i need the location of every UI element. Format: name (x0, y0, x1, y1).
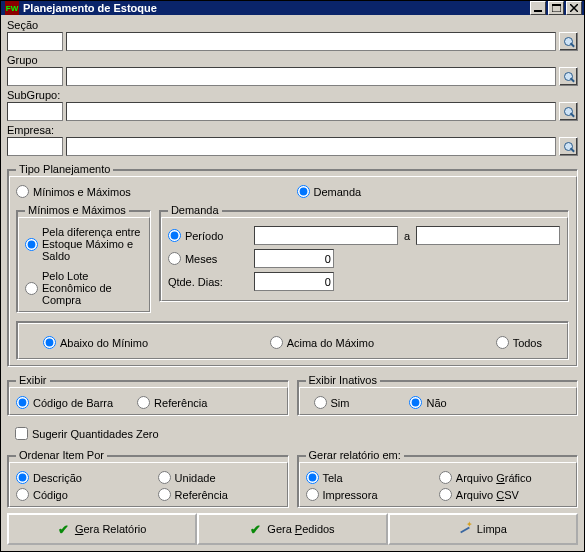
gerar-legend: Gerar relatório em: (306, 449, 404, 461)
tipo-demanda-radio[interactable]: Demanda (297, 185, 570, 198)
radio-label: Arquivo CSV (456, 489, 519, 501)
secao-search-button[interactable] (559, 32, 578, 51)
empresa-code-input[interactable] (7, 137, 63, 156)
abaixo-minimo-radio[interactable]: Abaixo do Mínimo (43, 336, 148, 349)
acima-maximo-radio[interactable]: Acima do Máximo (270, 336, 374, 349)
radio-label: Todos (513, 337, 542, 349)
close-button[interactable] (566, 1, 582, 15)
gerar-csv-radio[interactable]: Arquivo CSV (439, 488, 569, 501)
exibir-referencia-radio[interactable]: Referência (137, 396, 207, 409)
empresa-group: Empresa: (7, 124, 578, 156)
grupo-desc-input[interactable] (66, 67, 556, 86)
tipo-legend: Tipo Planejamento (16, 163, 113, 175)
empresa-desc-input[interactable] (66, 137, 556, 156)
demanda-meses-radio[interactable]: Meses (168, 252, 248, 265)
gerar-grafico-radio[interactable]: Arquivo Gráfico (439, 471, 569, 484)
secao-group: Seção (7, 19, 578, 51)
demanda-periodo-radio[interactable]: Período (168, 229, 248, 242)
radio-label: Acima do Máximo (287, 337, 374, 349)
client-area: Seção Grupo SubGrupo: (1, 15, 584, 551)
check-icon: ✔ (250, 522, 261, 537)
inativos-legend: Exibir Inativos (306, 374, 380, 386)
checkbox-label: Sugerir Quantidades Zero (32, 428, 159, 440)
radio-label: Não (426, 397, 446, 409)
periodo-ate-input[interactable] (416, 226, 560, 245)
radio-label: Sim (331, 397, 350, 409)
subgrupo-code-input[interactable] (7, 102, 63, 121)
periodo-de-input[interactable] (254, 226, 398, 245)
minmax-diferenca-radio[interactable]: Pela diferença entre Estoque Máximo e Sa… (25, 226, 142, 262)
radio-label: Unidade (175, 472, 216, 484)
subgrupo-desc-input[interactable] (66, 102, 556, 121)
exibir-codigo-barra-radio[interactable]: Código de Barra (16, 396, 113, 409)
qtde-dias-input[interactable] (254, 272, 334, 291)
empresa-label: Empresa: (7, 124, 578, 136)
subgrupo-label: SubGrupo: (7, 89, 578, 101)
radio-label: Demanda (314, 186, 362, 198)
radio-label: Pelo Lote Econômico de Compra (42, 270, 142, 306)
svg-rect-0 (534, 10, 542, 12)
gera-relatorio-button[interactable]: ✔ Gera Relatório (7, 513, 197, 545)
a-label: a (404, 230, 410, 242)
radio-label: Tela (323, 472, 343, 484)
grupo-search-button[interactable] (559, 67, 578, 86)
minmax-fieldset: Mínimos e Máximos Pela diferença entre E… (16, 204, 151, 313)
search-icon (563, 106, 575, 118)
ordenar-referencia-radio[interactable]: Referência (158, 488, 280, 501)
secao-code-input[interactable] (7, 32, 63, 51)
gerar-relatorio-fieldset: Gerar relatório em: Tela Arquivo Gráfico… (297, 449, 579, 508)
demanda-legend: Demanda (168, 204, 222, 216)
exibir-fieldset: Exibir Código de Barra Referência (7, 374, 289, 416)
ordenar-fieldset: Ordenar Item Por Descrição Unidade Códig… (7, 449, 289, 508)
meses-input[interactable] (254, 249, 334, 268)
secao-desc-input[interactable] (66, 32, 556, 51)
radio-label: Código (33, 489, 68, 501)
window: FW Planejamento de Estoque Seção Grupo (0, 0, 585, 552)
maximize-button[interactable] (548, 1, 564, 15)
radio-label: Referência (154, 397, 207, 409)
secao-label: Seção (7, 19, 578, 31)
ordenar-unidade-radio[interactable]: Unidade (158, 471, 280, 484)
inativos-sim-radio[interactable]: Sim (314, 396, 350, 409)
tipo-planejamento-fieldset: Tipo Planejamento Mínimos e Máximos Dema… (7, 163, 578, 367)
todos-radio[interactable]: Todos (496, 336, 542, 349)
ordenar-descricao-radio[interactable]: Descrição (16, 471, 134, 484)
grupo-code-input[interactable] (7, 67, 63, 86)
search-icon (563, 36, 575, 48)
wand-icon (459, 523, 471, 535)
exibir-inativos-fieldset: Exibir Inativos Sim Não (297, 374, 579, 416)
minimize-button[interactable] (530, 1, 546, 15)
minmax-lote-radio[interactable]: Pelo Lote Econômico de Compra (25, 270, 142, 306)
limpa-button[interactable]: Limpa (388, 513, 578, 545)
radio-label: Pela diferença entre Estoque Máximo e Sa… (42, 226, 142, 262)
gerar-impressora-radio[interactable]: Impressora (306, 488, 415, 501)
radio-label: Impressora (323, 489, 378, 501)
window-title: Planejamento de Estoque (23, 2, 528, 14)
check-icon: ✔ (58, 522, 69, 537)
grupo-group: Grupo (7, 54, 578, 86)
titlebar: FW Planejamento de Estoque (1, 1, 584, 15)
search-icon (563, 141, 575, 153)
tipo-minmax-radio[interactable]: Mínimos e Máximos (16, 185, 289, 198)
subgrupo-search-button[interactable] (559, 102, 578, 121)
gerar-tela-radio[interactable]: Tela (306, 471, 415, 484)
ordenar-codigo-radio[interactable]: Código (16, 488, 134, 501)
radio-label: Mínimos e Máximos (33, 186, 131, 198)
radio-label: Meses (185, 253, 217, 265)
gera-pedidos-button[interactable]: ✔ Gera Pedidos (197, 513, 387, 545)
search-icon (563, 71, 575, 83)
radio-label: Referência (175, 489, 228, 501)
subgrupo-group: SubGrupo: (7, 89, 578, 121)
demanda-fieldset: Demanda Período a Meses (159, 204, 569, 302)
radio-label: Arquivo Gráfico (456, 472, 532, 484)
qtde-dias-label: Qtde. Dias: (168, 276, 248, 288)
sugerir-zero-checkbox[interactable]: Sugerir Quantidades Zero (15, 427, 159, 440)
radio-label: Período (185, 230, 224, 242)
exibir-legend: Exibir (16, 374, 50, 386)
radio-label: Descrição (33, 472, 82, 484)
ordenar-legend: Ordenar Item Por (16, 449, 107, 461)
empresa-search-button[interactable] (559, 137, 578, 156)
grupo-label: Grupo (7, 54, 578, 66)
svg-rect-2 (552, 4, 561, 6)
inativos-nao-radio[interactable]: Não (409, 396, 446, 409)
